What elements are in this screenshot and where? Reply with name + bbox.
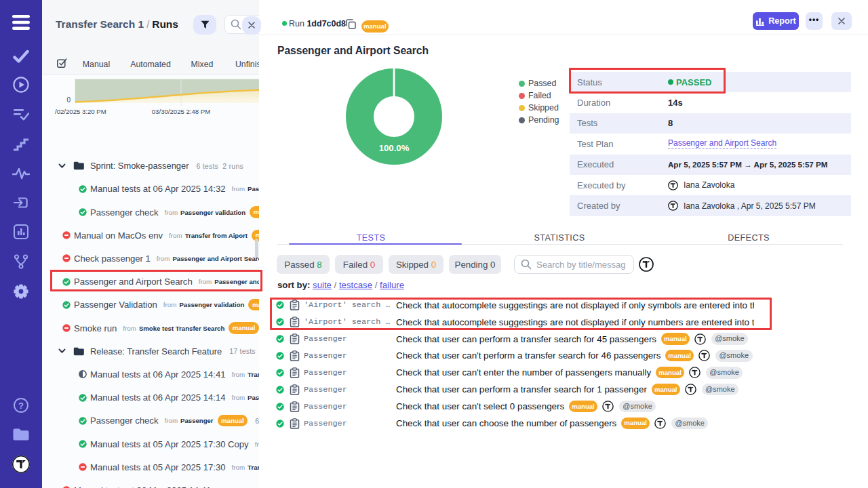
svg-text:100.0%: 100.0%	[379, 143, 410, 153]
svg-text:?: ?	[18, 401, 24, 411]
